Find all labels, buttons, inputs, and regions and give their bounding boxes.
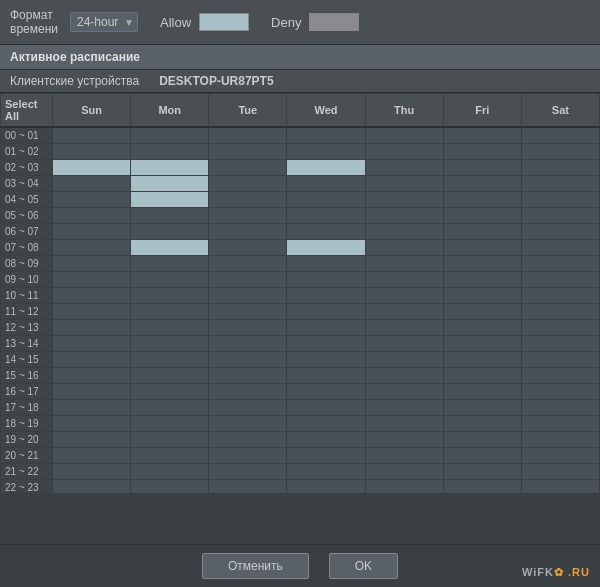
cell-row19-col5[interactable] bbox=[443, 431, 521, 447]
cell-row16-col4[interactable] bbox=[365, 383, 443, 399]
cell-row3-col1[interactable] bbox=[131, 175, 209, 191]
cell-row7-col3[interactable] bbox=[287, 239, 365, 255]
cell-row9-col4[interactable] bbox=[365, 271, 443, 287]
cell-row12-col4[interactable] bbox=[365, 319, 443, 335]
cell-row6-col2[interactable] bbox=[209, 223, 287, 239]
cell-row7-col4[interactable] bbox=[365, 239, 443, 255]
cell-row18-col1[interactable] bbox=[131, 415, 209, 431]
cell-row2-col6[interactable] bbox=[521, 159, 599, 175]
cell-row14-col5[interactable] bbox=[443, 351, 521, 367]
cell-row0-col5[interactable] bbox=[443, 127, 521, 143]
cell-row21-col2[interactable] bbox=[209, 463, 287, 479]
cell-row5-col5[interactable] bbox=[443, 207, 521, 223]
cell-row2-col2[interactable] bbox=[209, 159, 287, 175]
cell-row17-col0[interactable] bbox=[53, 399, 131, 415]
cell-row4-col2[interactable] bbox=[209, 191, 287, 207]
cell-row22-col3[interactable] bbox=[287, 479, 365, 493]
cell-row15-col6[interactable] bbox=[521, 367, 599, 383]
cell-row17-col5[interactable] bbox=[443, 399, 521, 415]
cell-row0-col0[interactable] bbox=[53, 127, 131, 143]
cell-row12-col6[interactable] bbox=[521, 319, 599, 335]
cell-row12-col5[interactable] bbox=[443, 319, 521, 335]
cell-row21-col1[interactable] bbox=[131, 463, 209, 479]
cell-row3-col5[interactable] bbox=[443, 175, 521, 191]
cell-row21-col5[interactable] bbox=[443, 463, 521, 479]
cell-row11-col0[interactable] bbox=[53, 303, 131, 319]
cell-row9-col2[interactable] bbox=[209, 271, 287, 287]
cell-row9-col1[interactable] bbox=[131, 271, 209, 287]
cell-row12-col2[interactable] bbox=[209, 319, 287, 335]
cell-row1-col6[interactable] bbox=[521, 143, 599, 159]
cell-row8-col3[interactable] bbox=[287, 255, 365, 271]
time-format-select-wrapper[interactable]: 24-hour 12-hour ▼ bbox=[70, 12, 138, 32]
cell-row11-col2[interactable] bbox=[209, 303, 287, 319]
cell-row1-col4[interactable] bbox=[365, 143, 443, 159]
cell-row7-col0[interactable] bbox=[53, 239, 131, 255]
cell-row18-col4[interactable] bbox=[365, 415, 443, 431]
cell-row20-col5[interactable] bbox=[443, 447, 521, 463]
cell-row5-col2[interactable] bbox=[209, 207, 287, 223]
cell-row12-col3[interactable] bbox=[287, 319, 365, 335]
cell-row22-col2[interactable] bbox=[209, 479, 287, 493]
cell-row10-col2[interactable] bbox=[209, 287, 287, 303]
cell-row0-col3[interactable] bbox=[287, 127, 365, 143]
cell-row3-col0[interactable] bbox=[53, 175, 131, 191]
cell-row12-col1[interactable] bbox=[131, 319, 209, 335]
cell-row5-col3[interactable] bbox=[287, 207, 365, 223]
cell-row8-col1[interactable] bbox=[131, 255, 209, 271]
cell-row1-col3[interactable] bbox=[287, 143, 365, 159]
cell-row22-col1[interactable] bbox=[131, 479, 209, 493]
cell-row10-col5[interactable] bbox=[443, 287, 521, 303]
cell-row22-col0[interactable] bbox=[53, 479, 131, 493]
cell-row17-col2[interactable] bbox=[209, 399, 287, 415]
cell-row3-col6[interactable] bbox=[521, 175, 599, 191]
cell-row6-col4[interactable] bbox=[365, 223, 443, 239]
cell-row8-col0[interactable] bbox=[53, 255, 131, 271]
cell-row3-col4[interactable] bbox=[365, 175, 443, 191]
cell-row1-col5[interactable] bbox=[443, 143, 521, 159]
cell-row2-col1[interactable] bbox=[131, 159, 209, 175]
cell-row16-col2[interactable] bbox=[209, 383, 287, 399]
cell-row20-col2[interactable] bbox=[209, 447, 287, 463]
cell-row10-col6[interactable] bbox=[521, 287, 599, 303]
cell-row14-col4[interactable] bbox=[365, 351, 443, 367]
cell-row20-col0[interactable] bbox=[53, 447, 131, 463]
cell-row2-col3[interactable] bbox=[287, 159, 365, 175]
cell-row16-col5[interactable] bbox=[443, 383, 521, 399]
cell-row1-col1[interactable] bbox=[131, 143, 209, 159]
cell-row17-col1[interactable] bbox=[131, 399, 209, 415]
cell-row8-col6[interactable] bbox=[521, 255, 599, 271]
cell-row7-col5[interactable] bbox=[443, 239, 521, 255]
cell-row14-col2[interactable] bbox=[209, 351, 287, 367]
cell-row13-col1[interactable] bbox=[131, 335, 209, 351]
cell-row16-col1[interactable] bbox=[131, 383, 209, 399]
cell-row10-col3[interactable] bbox=[287, 287, 365, 303]
cell-row22-col4[interactable] bbox=[365, 479, 443, 493]
cell-row19-col3[interactable] bbox=[287, 431, 365, 447]
cell-row9-col3[interactable] bbox=[287, 271, 365, 287]
cell-row20-col6[interactable] bbox=[521, 447, 599, 463]
cell-row15-col4[interactable] bbox=[365, 367, 443, 383]
cell-row4-col3[interactable] bbox=[287, 191, 365, 207]
cell-row11-col1[interactable] bbox=[131, 303, 209, 319]
cell-row7-col1[interactable] bbox=[131, 239, 209, 255]
cell-row3-col2[interactable] bbox=[209, 175, 287, 191]
cell-row12-col0[interactable] bbox=[53, 319, 131, 335]
cell-row20-col4[interactable] bbox=[365, 447, 443, 463]
cell-row4-col5[interactable] bbox=[443, 191, 521, 207]
cell-row1-col2[interactable] bbox=[209, 143, 287, 159]
cell-row17-col4[interactable] bbox=[365, 399, 443, 415]
cell-row8-col2[interactable] bbox=[209, 255, 287, 271]
cell-row16-col6[interactable] bbox=[521, 383, 599, 399]
cell-row14-col0[interactable] bbox=[53, 351, 131, 367]
cell-row19-col0[interactable] bbox=[53, 431, 131, 447]
cell-row0-col1[interactable] bbox=[131, 127, 209, 143]
cell-row6-col5[interactable] bbox=[443, 223, 521, 239]
cell-row4-col4[interactable] bbox=[365, 191, 443, 207]
cell-row18-col3[interactable] bbox=[287, 415, 365, 431]
cell-row0-col4[interactable] bbox=[365, 127, 443, 143]
cell-row10-col1[interactable] bbox=[131, 287, 209, 303]
cell-row13-col4[interactable] bbox=[365, 335, 443, 351]
cell-row17-col6[interactable] bbox=[521, 399, 599, 415]
cell-row13-col0[interactable] bbox=[53, 335, 131, 351]
